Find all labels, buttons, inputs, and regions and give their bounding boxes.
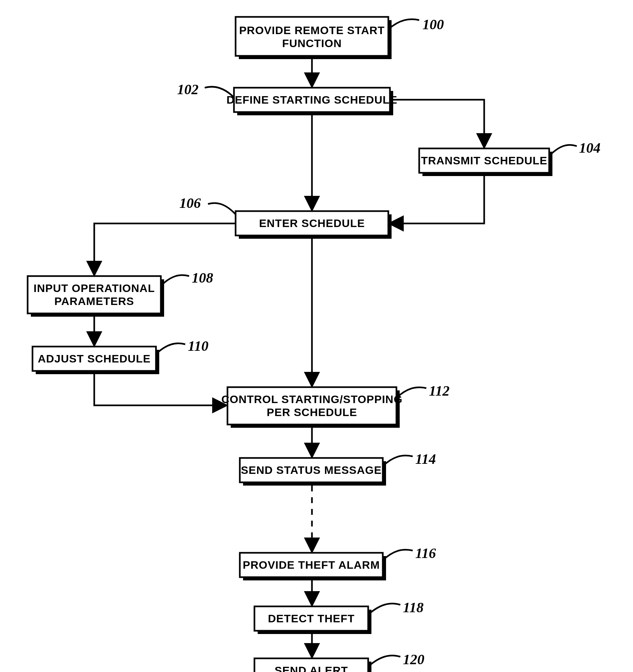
- ref-100: 100: [422, 17, 444, 32]
- box-provide-theft-alarm: PROVIDE THEFT ALARM: [240, 553, 386, 580]
- svg-rect-1: [236, 17, 388, 56]
- leader-108: [161, 275, 189, 286]
- box-100-line1: PROVIDE REMOTE START: [239, 24, 385, 37]
- leader-106: [208, 203, 236, 214]
- ref-118: 118: [403, 600, 424, 616]
- flowchart-svg: PROVIDE REMOTE START FUNCTION 100 DEFINE…: [0, 0, 633, 672]
- ref-110: 110: [188, 338, 209, 354]
- arrow-102-104: [390, 100, 484, 147]
- box-adjust-schedule: ADJUST SCHEDULE: [32, 346, 159, 374]
- box-106-line1: ENTER SCHEDULE: [259, 217, 365, 229]
- leader-110: [156, 343, 185, 354]
- ref-120: 120: [403, 651, 424, 668]
- box-110-line1: ADJUST SCHEDULE: [38, 353, 150, 365]
- leader-100: [388, 19, 419, 29]
- ref-104: 104: [579, 140, 601, 156]
- leader-120: [368, 655, 400, 667]
- box-114-line1: SEND STATUS MESSAGE: [241, 464, 381, 476]
- ref-102: 102: [177, 81, 198, 97]
- ref-114: 114: [415, 451, 436, 467]
- box-provide-remote-start: PROVIDE REMOTE START FUNCTION: [236, 17, 392, 59]
- leader-104: [549, 145, 577, 156]
- box-108-line1: INPUT OPERATIONAL: [33, 282, 155, 294]
- box-define-starting-schedule: DEFINE STARTING SCHEDULE: [227, 88, 397, 115]
- ref-116: 116: [415, 545, 436, 561]
- box-100-line2: FUNCTION: [282, 37, 342, 49]
- leader-116: [383, 550, 413, 560]
- box-112-line1: CONTROL STARTING/STOPPING: [221, 393, 403, 405]
- box-112-line2: PER SCHEDULE: [267, 406, 357, 418]
- box-102-line1: DEFINE STARTING SCHEDULE: [227, 94, 397, 106]
- leader-118: [368, 603, 400, 615]
- box-108-line2: PARAMETERS: [54, 295, 134, 307]
- arrow-106-108: [94, 223, 236, 274]
- box-116-line1: PROVIDE THEFT ALARM: [243, 559, 380, 571]
- ref-106: 106: [179, 195, 201, 211]
- box-118-line1: DETECT THEFT: [268, 612, 355, 625]
- box-detect-theft: DETECT THEFT: [254, 606, 371, 634]
- box-send-status-message: SEND STATUS MESSAGE: [240, 458, 386, 485]
- box-control-starting-stopping: CONTROL STARTING/STOPPING PER SCHEDULE: [221, 387, 403, 428]
- box-input-operational-parameters: INPUT OPERATIONAL PARAMETERS: [28, 276, 164, 317]
- box-enter-schedule: ENTER SCHEDULE: [236, 211, 392, 239]
- ref-108: 108: [192, 270, 213, 286]
- ref-112: 112: [429, 383, 450, 399]
- box-120-line1: SEND ALERT: [275, 664, 348, 672]
- arrow-104-106: [390, 176, 484, 223]
- leader-114: [383, 456, 413, 466]
- box-104-line1: TRANSMIT SCHEDULE: [421, 154, 547, 167]
- box-transmit-schedule: TRANSMIT SCHEDULE: [419, 148, 553, 176]
- box-send-alert: SEND ALERT: [254, 658, 371, 672]
- arrow-110-112: [94, 374, 226, 405]
